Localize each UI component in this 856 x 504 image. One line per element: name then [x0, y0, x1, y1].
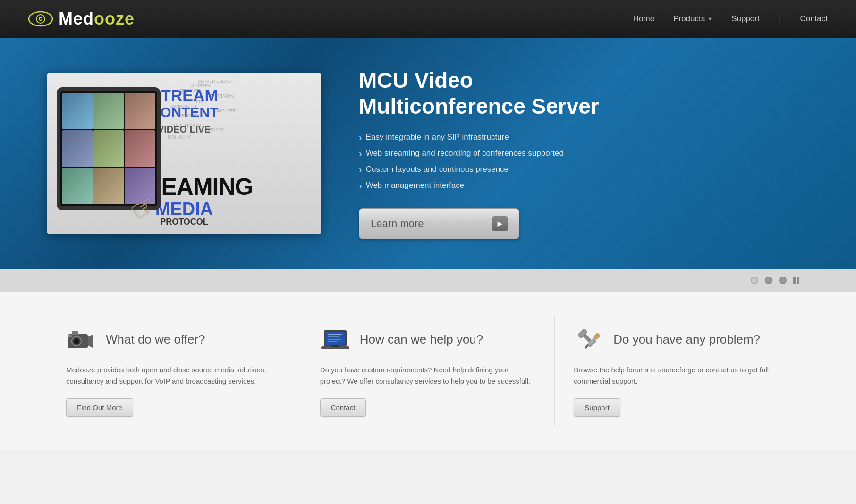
- svg-rect-8: [72, 331, 78, 335]
- hero-title: MCU VideoMulticonference Server: [359, 67, 809, 119]
- learn-more-arrow-icon: ►: [492, 216, 508, 231]
- svg-rect-15: [328, 336, 339, 337]
- hero-content: MCU VideoMulticonference Server Easy int…: [359, 67, 809, 239]
- svg-point-3: [40, 18, 42, 20]
- feature-problem-desc: Browse the help forums at sourceforge or…: [574, 364, 790, 387]
- laptop-icon: [320, 325, 350, 355]
- hero-feature-3: Custom layouts and continous presence: [359, 165, 809, 175]
- camera-icon: [66, 325, 96, 355]
- hero-features-list: Easy integrable in any SIP infrastructur…: [359, 133, 809, 191]
- feature-problem-header: Do you have any problem?: [574, 325, 790, 355]
- find-out-more-button[interactable]: Find Out More: [66, 398, 133, 417]
- hero-feature-4: Web management interface: [359, 181, 809, 191]
- svg-rect-10: [68, 335, 72, 337]
- hero-feature-1: Easy integrable in any SIP infrastructur…: [359, 133, 809, 143]
- hero-section: SERVER USERS NUMBERS INTERNET TELEVISION…: [0, 38, 856, 269]
- feature-card-help: How can we help you? Do you have custom …: [301, 315, 555, 426]
- feature-card-offer: What do we offer? Medooze provides both …: [47, 315, 301, 426]
- contact-button[interactable]: Contact: [320, 398, 366, 417]
- logo[interactable]: Medooze: [28, 9, 135, 29]
- feature-card-problem: Do you have any problem? Browse the help…: [555, 315, 809, 426]
- svg-rect-25: [585, 344, 589, 349]
- header: Medooze Home Products ▼ Support | Contac…: [0, 0, 856, 38]
- hero-image: SERVER USERS NUMBERS INTERNET TELEVISION…: [47, 73, 321, 234]
- nav-separator: |: [779, 13, 781, 25]
- svg-rect-16: [328, 339, 341, 340]
- tools-icon: [574, 325, 604, 355]
- slider-pause-button[interactable]: [793, 277, 799, 284]
- navigation: Home Products ▼ Support | Contact: [633, 13, 828, 25]
- feature-help-title: How can we help you?: [360, 332, 483, 347]
- feature-offer-title: What do we offer?: [106, 332, 205, 347]
- learn-more-label: Learn more: [371, 218, 424, 230]
- slider-dot-2[interactable]: [765, 277, 772, 284]
- support-button[interactable]: Support: [574, 398, 620, 417]
- feature-problem-title: Do you have any problem?: [613, 332, 760, 347]
- logo-icon: [28, 10, 53, 27]
- nav-support[interactable]: Support: [731, 14, 760, 24]
- products-dropdown-arrow: ▼: [707, 16, 712, 22]
- svg-marker-9: [88, 334, 93, 348]
- nav-contact[interactable]: Contact: [800, 14, 828, 24]
- hero-feature-2: Web streaming and recording of conferenc…: [359, 149, 809, 159]
- feature-offer-desc: Medooze provides both open and close sou…: [66, 364, 282, 387]
- nav-products[interactable]: Products ▼: [673, 14, 712, 24]
- features-section: What do we offer? Medooze provides both …: [0, 292, 856, 450]
- slider-dot-1[interactable]: [751, 277, 758, 284]
- svg-rect-14: [328, 334, 342, 335]
- logo-text: Medooze: [59, 9, 135, 29]
- pause-bar-right: [797, 277, 799, 284]
- feature-help-desc: Do you have custom requirements? Need he…: [320, 364, 536, 387]
- svg-rect-19: [331, 345, 339, 347]
- slider-controls: [0, 269, 856, 292]
- svg-rect-13: [325, 332, 345, 345]
- logo-ooze: ooze: [94, 9, 135, 28]
- nav-home[interactable]: Home: [633, 14, 654, 24]
- svg-rect-17: [328, 341, 337, 342]
- pause-bar-left: [793, 277, 796, 284]
- feature-help-header: How can we help you?: [320, 325, 536, 355]
- logo-med: Med: [59, 9, 94, 28]
- slider-dot-3[interactable]: [779, 277, 787, 284]
- hero-image-placeholder: SERVER USERS NUMBERS INTERNET TELEVISION…: [47, 73, 321, 234]
- svg-point-7: [75, 340, 78, 343]
- feature-offer-header: What do we offer?: [66, 325, 282, 355]
- learn-more-button[interactable]: Learn more ►: [359, 208, 519, 239]
- tablet-device: ☞: [57, 87, 170, 219]
